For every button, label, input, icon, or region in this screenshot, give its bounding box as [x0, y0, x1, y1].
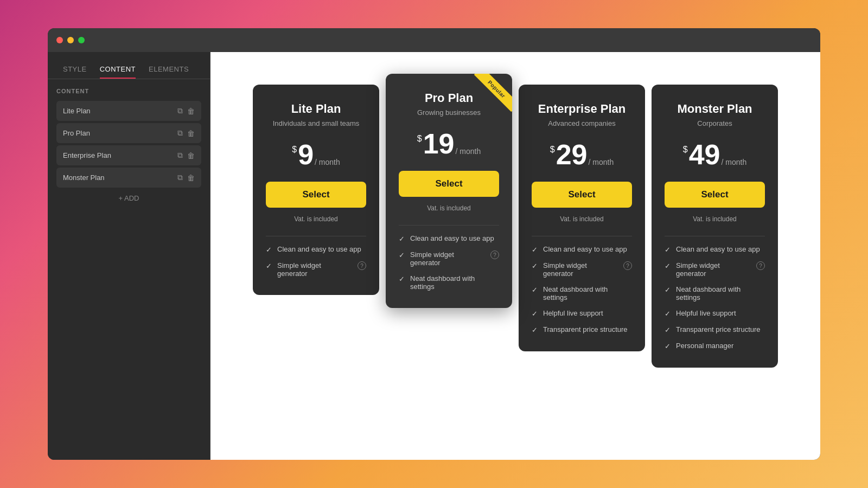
- sidebar-item-monster-plan[interactable]: Monster Plan ⧉ 🗑: [56, 168, 201, 188]
- price-dollar-lite: $: [292, 145, 297, 155]
- help-icon[interactable]: ?: [623, 261, 632, 270]
- vat-note-monster: Vat. is included: [665, 215, 765, 223]
- feature-item: ✓ Transparent price structure: [532, 325, 632, 334]
- price-period-enterprise: / month: [589, 158, 614, 166]
- feature-text: Transparent price structure: [676, 325, 765, 333]
- sidebar-item-label-enterprise: Enterprise Plan: [63, 151, 111, 159]
- plan-price-enterprise: $ 29 / month: [532, 140, 632, 169]
- check-icon: ✓: [532, 310, 538, 318]
- price-amount-pro: 19: [423, 130, 455, 158]
- main-area: STYLE CONTENT ELEMENTS CONTENT Lite Plan…: [48, 52, 820, 460]
- price-amount-lite: 9: [298, 140, 314, 169]
- price-period-pro: / month: [456, 147, 481, 156]
- price-dollar-pro: $: [417, 134, 422, 144]
- vat-note-enterprise: Vat. is included: [532, 215, 632, 223]
- copy-icon-enterprise[interactable]: ⧉: [177, 151, 183, 160]
- sidebar-tabs: STYLE CONTENT ELEMENTS: [48, 52, 210, 79]
- feature-item: ✓ Simple widget generator ?: [532, 261, 632, 278]
- feature-text: Simple widget generator: [543, 261, 616, 278]
- divider-lite: [266, 236, 366, 236]
- sidebar-items: Lite Plan ⧉ 🗑 Pro Plan ⧉ 🗑: [56, 101, 201, 188]
- plan-subtitle-monster: Corporates: [665, 119, 765, 127]
- select-button-monster[interactable]: Select: [665, 182, 765, 208]
- maximize-button[interactable]: [78, 37, 85, 43]
- sidebar-item-label-lite: Lite Plan: [63, 107, 91, 115]
- pricing-grid: Lite Plan Individuals and small teams $ …: [250, 85, 781, 368]
- plan-card-lite: Lite Plan Individuals and small teams $ …: [253, 85, 379, 295]
- help-icon[interactable]: ?: [490, 251, 499, 259]
- feature-text: Clean and easy to use app: [543, 245, 632, 253]
- feature-item: ✓ Neat dashboard with settings: [665, 285, 765, 301]
- plan-name-enterprise: Enterprise Plan: [532, 102, 632, 116]
- vat-note-lite: Vat. is included: [266, 215, 366, 223]
- copy-icon[interactable]: ⧉: [177, 106, 183, 115]
- tab-elements[interactable]: ELEMENTS: [142, 60, 195, 79]
- select-button-lite[interactable]: Select: [266, 182, 366, 208]
- select-button-pro[interactable]: Select: [399, 171, 499, 197]
- features-list-monster: ✓ Clean and easy to use app ✓ Simple wid…: [665, 245, 765, 350]
- price-dollar-monster: $: [683, 145, 688, 155]
- check-icon: ✓: [399, 235, 405, 243]
- feature-item: ✓ Clean and easy to use app: [665, 245, 765, 254]
- feature-text: Personal manager: [676, 342, 765, 350]
- section-label: CONTENT: [56, 88, 201, 94]
- features-list-pro: ✓ Clean and easy to use app ✓ Simple wid…: [399, 234, 499, 291]
- sidebar-item-actions: ⧉ 🗑: [177, 106, 195, 115]
- feature-text: Simple widget generator: [676, 261, 749, 278]
- feature-text: Clean and easy to use app: [410, 234, 499, 242]
- sidebar-content: CONTENT Lite Plan ⧉ 🗑 Pro Plan ⧉ 🗑: [48, 79, 210, 460]
- check-icon: ✓: [399, 251, 405, 259]
- sidebar-item-label-monster: Monster Plan: [63, 174, 105, 182]
- feature-text: Clean and easy to use app: [277, 245, 366, 253]
- tab-content[interactable]: CONTENT: [93, 60, 142, 79]
- feature-item: ✓ Clean and easy to use app: [266, 245, 366, 254]
- copy-icon-pro[interactable]: ⧉: [177, 129, 183, 138]
- plan-price-monster: $ 49 / month: [665, 140, 765, 169]
- plan-card-pro: Popular Pro Plan Growing businesses $ 19…: [386, 74, 512, 308]
- feature-item: ✓ Clean and easy to use app: [532, 245, 632, 254]
- add-plan-button[interactable]: + ADD: [56, 188, 201, 209]
- feature-text: Neat dashboard with settings: [676, 285, 765, 301]
- popular-badge: Popular: [474, 74, 512, 112]
- check-icon: ✓: [532, 286, 538, 294]
- divider-monster: [665, 236, 765, 236]
- tab-style[interactable]: STYLE: [56, 60, 93, 79]
- plan-subtitle-enterprise: Advanced companies: [532, 119, 632, 127]
- help-icon[interactable]: ?: [358, 261, 366, 270]
- delete-icon[interactable]: 🗑: [187, 107, 195, 115]
- titlebar: [48, 28, 820, 52]
- plan-price-lite: $ 9 / month: [266, 140, 366, 169]
- feature-item: ✓ Transparent price structure: [665, 325, 765, 334]
- price-dollar-enterprise: $: [550, 145, 555, 155]
- check-icon: ✓: [266, 246, 272, 254]
- feature-item: ✓ Simple widget generator ?: [266, 261, 366, 278]
- sidebar-item-enterprise-plan[interactable]: Enterprise Plan ⧉ 🗑: [56, 145, 201, 165]
- feature-text: Helpful live support: [543, 309, 632, 317]
- feature-item: ✓ Personal manager: [665, 342, 765, 350]
- check-icon: ✓: [532, 262, 538, 270]
- canvas: Lite Plan Individuals and small teams $ …: [210, 52, 820, 460]
- sidebar: STYLE CONTENT ELEMENTS CONTENT Lite Plan…: [48, 52, 210, 460]
- close-button[interactable]: [56, 37, 63, 43]
- delete-icon-monster[interactable]: 🗑: [187, 174, 195, 182]
- delete-icon-enterprise[interactable]: 🗑: [187, 151, 195, 160]
- select-button-enterprise[interactable]: Select: [532, 182, 632, 208]
- feature-text: Clean and easy to use app: [676, 245, 765, 253]
- sidebar-item-actions-monster: ⧉ 🗑: [177, 173, 195, 182]
- feature-item: ✓ Clean and easy to use app: [399, 234, 499, 243]
- plan-card-enterprise: Enterprise Plan Advanced companies $ 29 …: [519, 85, 645, 351]
- divider-enterprise: [532, 236, 632, 236]
- price-period-monster: / month: [722, 158, 747, 166]
- help-icon[interactable]: ?: [756, 261, 765, 270]
- copy-icon-monster[interactable]: ⧉: [177, 173, 183, 182]
- minimize-button[interactable]: [67, 37, 74, 43]
- delete-icon-pro[interactable]: 🗑: [187, 129, 195, 138]
- features-list-lite: ✓ Clean and easy to use app ✓ Simple wid…: [266, 245, 366, 278]
- check-icon: ✓: [665, 262, 671, 270]
- price-amount-enterprise: 29: [556, 140, 588, 169]
- sidebar-item-pro-plan[interactable]: Pro Plan ⧉ 🗑: [56, 123, 201, 143]
- feature-item: ✓ Neat dashboard with settings: [532, 285, 632, 301]
- plan-card-monster: Monster Plan Corporates $ 49 / month Sel…: [652, 85, 778, 368]
- check-icon: ✓: [665, 326, 671, 334]
- sidebar-item-lite-plan[interactable]: Lite Plan ⧉ 🗑: [56, 101, 201, 121]
